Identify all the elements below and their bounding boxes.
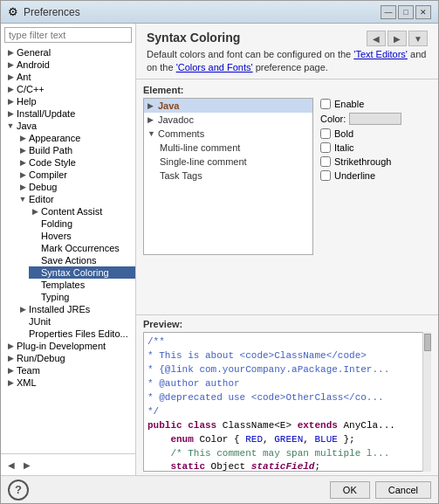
sidebar-item-debug[interactable]: ▶ Debug (17, 181, 135, 193)
element-multiline-comment[interactable]: Multi-line comment (144, 141, 312, 155)
sidebar-item-templates-label: Templates (41, 280, 85, 290)
sidebar-item-run-debug[interactable]: ▶ Run/Debug (4, 352, 135, 364)
sidebar-item-appearance-label: Appearance (29, 133, 80, 143)
sidebar-item-install-update[interactable]: ▶ Install/Update (4, 107, 135, 120)
sidebar-item-templates[interactable]: ▶ Templates (29, 279, 135, 291)
sidebar-item-help[interactable]: ▶ Help (4, 95, 135, 107)
sidebar-item-editor[interactable]: ▼ Editor (17, 193, 135, 205)
sidebar-item-appearance[interactable]: ▶ Appearance (17, 132, 135, 144)
italic-label: Italic (334, 142, 354, 153)
sidebar-item-build-path[interactable]: ▶ Build Path (17, 144, 135, 156)
color-swatch[interactable] (349, 113, 401, 125)
sidebar-item-properties-file-editor-label: Properties Files Edito... (29, 328, 128, 339)
element-java-label: Java (158, 100, 179, 111)
elem-arrow-java: ▶ (147, 101, 158, 110)
sidebar-item-general-label: General (17, 47, 51, 58)
sidebar-item-build-path-label: Build Path (29, 145, 72, 155)
help-button[interactable]: ? (8, 480, 29, 501)
sidebar-item-code-style-label: Code Style (29, 157, 76, 168)
preview-line-9: /* This comment may span multiple l... (147, 447, 427, 461)
sidebar-item-content-assist-label: Content Assist (41, 206, 102, 217)
sidebar-item-content-assist[interactable]: ▶ Content Assist (29, 205, 135, 217)
content-header: Syntax Coloring ◀ ▶ ▼ Default colors and… (136, 24, 438, 79)
ok-button[interactable]: OK (330, 481, 370, 499)
sidebar-back-button[interactable]: ◀ (4, 458, 18, 472)
nav-back-button[interactable]: ◀ (367, 31, 386, 46)
italic-checkbox[interactable] (320, 142, 331, 153)
nav-forward-button[interactable]: ▶ (388, 31, 407, 46)
sidebar-item-installed-jres[interactable]: ▶ Installed JREs (17, 303, 135, 315)
sidebar-item-compiler[interactable]: ▶ Compiler (17, 169, 135, 181)
sidebar-item-ant-label: Ant (17, 72, 31, 82)
sidebar-item-help-label: Help (17, 96, 37, 107)
sidebar-item-mark-occurrences-label: Mark Occurrences (41, 243, 120, 253)
sidebar: ▶ General ▶ Android ▶ Ant ▶ C/C++ (1, 24, 136, 475)
sidebar-item-java[interactable]: ▼ Java (4, 120, 135, 132)
sidebar-item-ant[interactable]: ▶ Ant (4, 71, 135, 83)
sidebar-item-hovers-label: Hovers (41, 231, 72, 241)
footer: ? OK Cancel (1, 475, 438, 503)
close-button[interactable]: ✕ (415, 5, 431, 19)
sidebar-item-syntax-coloring-label: Syntax Coloring (41, 267, 109, 278)
sidebar-item-properties-file-editor[interactable]: ▶ Properties Files Edito... (17, 328, 135, 340)
sidebar-item-plugin-development[interactable]: ▶ Plug-in Development (4, 340, 135, 352)
sidebar-item-save-actions-label: Save Actions (41, 255, 97, 266)
sidebar-item-hovers[interactable]: ▶ Hovers (29, 230, 135, 242)
element-tree[interactable]: ▶ Java ▶ Javadoc ▼ Comments (143, 98, 313, 255)
sidebar-item-debug-label: Debug (29, 182, 57, 192)
cancel-button[interactable]: Cancel (375, 481, 431, 499)
sidebar-item-save-actions[interactable]: ▶ Save Actions (29, 254, 135, 266)
nav-down-button[interactable]: ▼ (408, 31, 428, 46)
preview-label: Preview: (143, 319, 431, 329)
element-java[interactable]: ▶ Java (144, 99, 312, 113)
preferences-window: ⚙ Preferences — □ ✕ ▶ General ▶ Android (0, 0, 439, 504)
arrow-team: ▶ (4, 366, 17, 375)
footer-buttons: OK Cancel (330, 481, 431, 499)
preview-scrollbar[interactable] (422, 332, 431, 472)
sidebar-item-syntax-coloring[interactable]: ▶ Syntax Coloring (29, 266, 135, 279)
arrow-build-path: ▶ (17, 146, 29, 155)
sidebar-item-typing-label: Typing (41, 292, 69, 302)
sidebar-item-typing[interactable]: ▶ Typing (29, 291, 135, 303)
window-icon: ⚙ (8, 5, 18, 18)
elem-arrow-comments: ▼ (147, 129, 158, 138)
arrow-code-style: ▶ (17, 158, 29, 167)
sidebar-item-xml[interactable]: ▶ XML (4, 376, 135, 389)
filter-input[interactable] (4, 27, 132, 43)
element-comments[interactable]: ▼ Comments (144, 127, 312, 141)
main-content: ▶ General ▶ Android ▶ Ant ▶ C/C++ (1, 24, 438, 475)
sidebar-item-folding[interactable]: ▶ Folding (29, 217, 135, 230)
sidebar-item-junit[interactable]: ▶ JUnit (17, 315, 135, 328)
preview-line-6: */ (147, 405, 427, 419)
sidebar-item-general[interactable]: ▶ General (4, 46, 135, 59)
minimize-button[interactable]: — (381, 5, 396, 19)
underline-checkbox[interactable] (320, 170, 331, 181)
text-editors-link[interactable]: 'Text Editors' (353, 49, 408, 59)
sidebar-item-installed-jres-label: Installed JREs (29, 304, 90, 314)
enable-checkbox[interactable] (320, 99, 331, 109)
maximize-button[interactable]: □ (398, 5, 414, 19)
strikethrough-row: Strikethrough (320, 156, 401, 167)
preview-scroll-thumb (424, 334, 431, 351)
element-javadoc[interactable]: ▶ Javadoc (144, 113, 312, 127)
colors-fonts-link[interactable]: 'Colors and Fonts' (176, 62, 253, 72)
preview-line-7: public class ClassName<E> extends AnyCla… (147, 419, 427, 433)
element-task-tags[interactable]: Task Tags (144, 169, 312, 183)
underline-label: Underline (334, 170, 375, 181)
sidebar-item-mark-occurrences[interactable]: ▶ Mark Occurrences (29, 242, 135, 254)
color-row: Color: (320, 113, 401, 125)
strikethrough-checkbox[interactable] (320, 156, 331, 167)
options-section: Enable Color: Bold Italic (320, 85, 401, 309)
element-singleline-comment[interactable]: Single-line comment (144, 155, 312, 169)
arrow-content-assist: ▶ (29, 207, 41, 216)
bold-checkbox[interactable] (320, 128, 331, 139)
sidebar-item-team[interactable]: ▶ Team (4, 364, 135, 376)
enable-label: Enable (334, 99, 364, 109)
element-label: Element: (143, 85, 313, 95)
sidebar-forward-button[interactable]: ▶ (20, 458, 34, 472)
sidebar-item-code-style[interactable]: ▶ Code Style (17, 156, 135, 169)
sidebar-item-editor-label: Editor (29, 194, 54, 204)
color-label: Color: (320, 114, 346, 124)
sidebar-item-android[interactable]: ▶ Android (4, 59, 135, 71)
sidebar-item-cpp[interactable]: ▶ C/C++ (4, 83, 135, 95)
